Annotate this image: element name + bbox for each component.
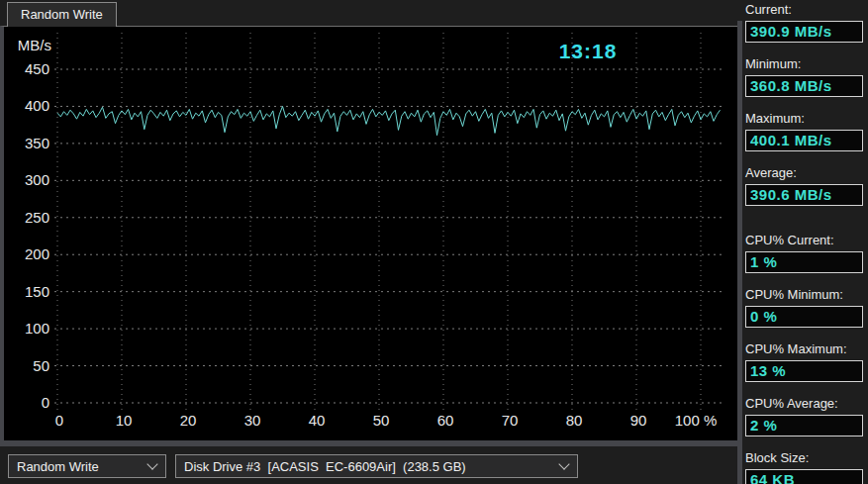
stat-label-cpu-minimum: CPU% Minimum: xyxy=(745,287,866,304)
stat-value-cpu-minimum: 0 % xyxy=(745,306,863,328)
stat-label-current: Current: xyxy=(745,2,866,19)
stat-cpu-minimum: CPU% Minimum:0 % xyxy=(745,287,866,328)
stat-value-block-size: 64 KB xyxy=(745,469,863,484)
stat-cpu-maximum: CPU% Maximum:13 % xyxy=(745,341,866,382)
stat-label-block-size: Block Size: xyxy=(745,450,866,467)
tab-random-write[interactable]: Random Write xyxy=(7,2,117,27)
stat-value-minimum: 360.8 MB/s xyxy=(745,75,863,97)
chevron-down-icon xyxy=(558,458,569,469)
stat-label-cpu-average: CPU% Average: xyxy=(745,396,866,413)
stat-value-cpu-current: 1 % xyxy=(745,251,863,273)
stat-label-maximum: Maximum: xyxy=(745,111,866,128)
test-type-select[interactable]: Random Write xyxy=(8,454,166,478)
app-window: Random Write MB/s45040035030025020015010… xyxy=(0,0,868,484)
stat-cpu-average: CPU% Average:2 % xyxy=(745,396,866,436)
chart-panel xyxy=(0,26,737,446)
stat-label-cpu-current: CPU% Current: xyxy=(745,233,866,249)
panel-divider xyxy=(737,21,742,484)
stat-maximum: Maximum:400.1 MB/s xyxy=(745,111,866,151)
stat-cpu-current: CPU% Current:1 % xyxy=(745,233,866,273)
stat-value-maximum: 400.1 MB/s xyxy=(745,130,863,151)
stats-panel: Current:390.9 MB/sMinimum:360.8 MB/sMaxi… xyxy=(745,2,866,484)
stat-value-current: 390.9 MB/s xyxy=(745,21,863,43)
stat-label-minimum: Minimum: xyxy=(745,56,866,73)
stat-block-size: Block Size:64 KB xyxy=(745,450,866,484)
stat-label-cpu-maximum: CPU% Maximum: xyxy=(745,341,866,358)
stat-current: Current:390.9 MB/s xyxy=(745,2,866,43)
drive-select[interactable]: Disk Drive #3 [ACASIS EC-6609Air] (238.5… xyxy=(175,454,578,478)
drive-select-value: Disk Drive #3 [ACASIS EC-6609Air] (238.5… xyxy=(184,459,466,474)
stat-value-cpu-maximum: 13 % xyxy=(745,360,863,382)
clock-label: 13:18 xyxy=(546,40,629,63)
stat-label-average: Average: xyxy=(745,165,866,182)
stat-value-average: 390.6 MB/s xyxy=(745,184,863,206)
stat-minimum: Minimum:360.8 MB/s xyxy=(745,56,866,97)
stat-value-cpu-average: 2 % xyxy=(745,415,863,436)
stat-average: Average:390.6 MB/s xyxy=(745,165,866,206)
chevron-down-icon xyxy=(146,458,157,469)
test-type-value: Random Write xyxy=(17,459,99,474)
